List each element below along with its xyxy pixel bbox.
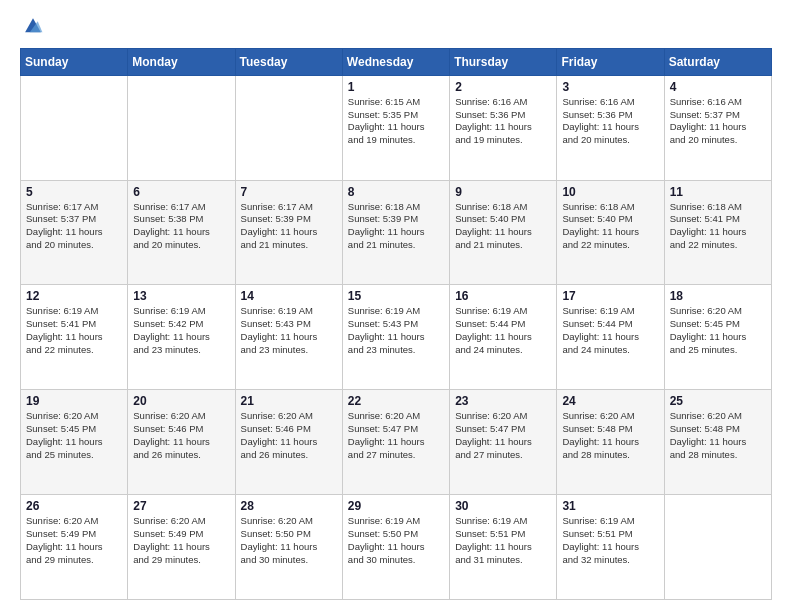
day-info: Sunrise: 6:20 AM Sunset: 5:48 PM Dayligh… xyxy=(670,410,766,461)
calendar-week-row: 5Sunrise: 6:17 AM Sunset: 5:37 PM Daylig… xyxy=(21,180,772,285)
calendar-cell: 7Sunrise: 6:17 AM Sunset: 5:39 PM Daylig… xyxy=(235,180,342,285)
day-info: Sunrise: 6:19 AM Sunset: 5:51 PM Dayligh… xyxy=(455,515,551,566)
calendar-cell: 1Sunrise: 6:15 AM Sunset: 5:35 PM Daylig… xyxy=(342,75,449,180)
calendar-cell: 25Sunrise: 6:20 AM Sunset: 5:48 PM Dayli… xyxy=(664,390,771,495)
day-number: 24 xyxy=(562,394,658,408)
calendar-cell xyxy=(235,75,342,180)
day-number: 3 xyxy=(562,80,658,94)
calendar-cell: 5Sunrise: 6:17 AM Sunset: 5:37 PM Daylig… xyxy=(21,180,128,285)
calendar-cell: 27Sunrise: 6:20 AM Sunset: 5:49 PM Dayli… xyxy=(128,495,235,600)
day-info: Sunrise: 6:17 AM Sunset: 5:39 PM Dayligh… xyxy=(241,201,337,252)
calendar-cell: 28Sunrise: 6:20 AM Sunset: 5:50 PM Dayli… xyxy=(235,495,342,600)
weekday-header-monday: Monday xyxy=(128,48,235,75)
day-number: 15 xyxy=(348,289,444,303)
day-info: Sunrise: 6:19 AM Sunset: 5:43 PM Dayligh… xyxy=(241,305,337,356)
calendar-cell: 10Sunrise: 6:18 AM Sunset: 5:40 PM Dayli… xyxy=(557,180,664,285)
day-number: 4 xyxy=(670,80,766,94)
weekday-header-sunday: Sunday xyxy=(21,48,128,75)
calendar-cell: 26Sunrise: 6:20 AM Sunset: 5:49 PM Dayli… xyxy=(21,495,128,600)
day-number: 5 xyxy=(26,185,122,199)
day-info: Sunrise: 6:18 AM Sunset: 5:40 PM Dayligh… xyxy=(562,201,658,252)
calendar-cell xyxy=(128,75,235,180)
calendar-week-row: 12Sunrise: 6:19 AM Sunset: 5:41 PM Dayli… xyxy=(21,285,772,390)
calendar-cell xyxy=(664,495,771,600)
day-info: Sunrise: 6:16 AM Sunset: 5:36 PM Dayligh… xyxy=(455,96,551,147)
day-info: Sunrise: 6:15 AM Sunset: 5:35 PM Dayligh… xyxy=(348,96,444,147)
calendar-table: SundayMondayTuesdayWednesdayThursdayFrid… xyxy=(20,48,772,600)
day-info: Sunrise: 6:20 AM Sunset: 5:49 PM Dayligh… xyxy=(26,515,122,566)
calendar-cell: 14Sunrise: 6:19 AM Sunset: 5:43 PM Dayli… xyxy=(235,285,342,390)
day-number: 8 xyxy=(348,185,444,199)
weekday-header-row: SundayMondayTuesdayWednesdayThursdayFrid… xyxy=(21,48,772,75)
calendar-cell xyxy=(21,75,128,180)
calendar-cell: 23Sunrise: 6:20 AM Sunset: 5:47 PM Dayli… xyxy=(450,390,557,495)
day-info: Sunrise: 6:19 AM Sunset: 5:44 PM Dayligh… xyxy=(455,305,551,356)
day-number: 21 xyxy=(241,394,337,408)
calendar-cell: 9Sunrise: 6:18 AM Sunset: 5:40 PM Daylig… xyxy=(450,180,557,285)
logo xyxy=(20,18,44,38)
calendar-cell: 24Sunrise: 6:20 AM Sunset: 5:48 PM Dayli… xyxy=(557,390,664,495)
calendar-cell: 19Sunrise: 6:20 AM Sunset: 5:45 PM Dayli… xyxy=(21,390,128,495)
weekday-header-friday: Friday xyxy=(557,48,664,75)
calendar-cell: 12Sunrise: 6:19 AM Sunset: 5:41 PM Dayli… xyxy=(21,285,128,390)
day-info: Sunrise: 6:20 AM Sunset: 5:50 PM Dayligh… xyxy=(241,515,337,566)
day-info: Sunrise: 6:20 AM Sunset: 5:48 PM Dayligh… xyxy=(562,410,658,461)
day-number: 2 xyxy=(455,80,551,94)
day-number: 31 xyxy=(562,499,658,513)
day-number: 11 xyxy=(670,185,766,199)
calendar-cell: 16Sunrise: 6:19 AM Sunset: 5:44 PM Dayli… xyxy=(450,285,557,390)
calendar-cell: 6Sunrise: 6:17 AM Sunset: 5:38 PM Daylig… xyxy=(128,180,235,285)
page: SundayMondayTuesdayWednesdayThursdayFrid… xyxy=(0,0,792,612)
day-info: Sunrise: 6:18 AM Sunset: 5:40 PM Dayligh… xyxy=(455,201,551,252)
day-info: Sunrise: 6:17 AM Sunset: 5:38 PM Dayligh… xyxy=(133,201,229,252)
calendar-cell: 21Sunrise: 6:20 AM Sunset: 5:46 PM Dayli… xyxy=(235,390,342,495)
header xyxy=(20,18,772,38)
day-number: 30 xyxy=(455,499,551,513)
day-number: 1 xyxy=(348,80,444,94)
day-number: 12 xyxy=(26,289,122,303)
calendar-cell: 30Sunrise: 6:19 AM Sunset: 5:51 PM Dayli… xyxy=(450,495,557,600)
day-number: 28 xyxy=(241,499,337,513)
day-number: 14 xyxy=(241,289,337,303)
day-info: Sunrise: 6:19 AM Sunset: 5:41 PM Dayligh… xyxy=(26,305,122,356)
day-number: 7 xyxy=(241,185,337,199)
day-info: Sunrise: 6:18 AM Sunset: 5:39 PM Dayligh… xyxy=(348,201,444,252)
day-info: Sunrise: 6:16 AM Sunset: 5:37 PM Dayligh… xyxy=(670,96,766,147)
weekday-header-wednesday: Wednesday xyxy=(342,48,449,75)
calendar-cell: 13Sunrise: 6:19 AM Sunset: 5:42 PM Dayli… xyxy=(128,285,235,390)
day-info: Sunrise: 6:20 AM Sunset: 5:46 PM Dayligh… xyxy=(241,410,337,461)
calendar-cell: 31Sunrise: 6:19 AM Sunset: 5:51 PM Dayli… xyxy=(557,495,664,600)
day-number: 25 xyxy=(670,394,766,408)
day-number: 16 xyxy=(455,289,551,303)
day-number: 26 xyxy=(26,499,122,513)
calendar-cell: 22Sunrise: 6:20 AM Sunset: 5:47 PM Dayli… xyxy=(342,390,449,495)
day-number: 13 xyxy=(133,289,229,303)
day-number: 20 xyxy=(133,394,229,408)
day-number: 9 xyxy=(455,185,551,199)
day-info: Sunrise: 6:20 AM Sunset: 5:45 PM Dayligh… xyxy=(670,305,766,356)
day-info: Sunrise: 6:17 AM Sunset: 5:37 PM Dayligh… xyxy=(26,201,122,252)
day-info: Sunrise: 6:19 AM Sunset: 5:44 PM Dayligh… xyxy=(562,305,658,356)
day-number: 22 xyxy=(348,394,444,408)
day-number: 27 xyxy=(133,499,229,513)
calendar-cell: 4Sunrise: 6:16 AM Sunset: 5:37 PM Daylig… xyxy=(664,75,771,180)
logo-icon xyxy=(22,15,44,37)
calendar-cell: 20Sunrise: 6:20 AM Sunset: 5:46 PM Dayli… xyxy=(128,390,235,495)
day-number: 10 xyxy=(562,185,658,199)
calendar-week-row: 19Sunrise: 6:20 AM Sunset: 5:45 PM Dayli… xyxy=(21,390,772,495)
day-number: 23 xyxy=(455,394,551,408)
weekday-header-thursday: Thursday xyxy=(450,48,557,75)
day-number: 29 xyxy=(348,499,444,513)
day-number: 19 xyxy=(26,394,122,408)
calendar-cell: 18Sunrise: 6:20 AM Sunset: 5:45 PM Dayli… xyxy=(664,285,771,390)
calendar-cell: 29Sunrise: 6:19 AM Sunset: 5:50 PM Dayli… xyxy=(342,495,449,600)
day-number: 18 xyxy=(670,289,766,303)
day-info: Sunrise: 6:19 AM Sunset: 5:43 PM Dayligh… xyxy=(348,305,444,356)
calendar-cell: 17Sunrise: 6:19 AM Sunset: 5:44 PM Dayli… xyxy=(557,285,664,390)
weekday-header-saturday: Saturday xyxy=(664,48,771,75)
calendar-week-row: 1Sunrise: 6:15 AM Sunset: 5:35 PM Daylig… xyxy=(21,75,772,180)
calendar-cell: 3Sunrise: 6:16 AM Sunset: 5:36 PM Daylig… xyxy=(557,75,664,180)
day-info: Sunrise: 6:20 AM Sunset: 5:47 PM Dayligh… xyxy=(455,410,551,461)
calendar-cell: 11Sunrise: 6:18 AM Sunset: 5:41 PM Dayli… xyxy=(664,180,771,285)
calendar-cell: 8Sunrise: 6:18 AM Sunset: 5:39 PM Daylig… xyxy=(342,180,449,285)
